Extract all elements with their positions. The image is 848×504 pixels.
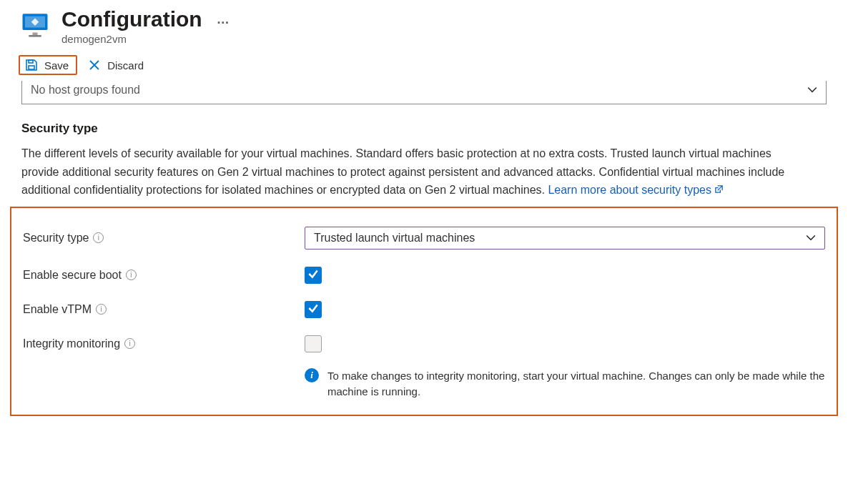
save-button[interactable]: Save — [19, 55, 77, 75]
vtpm-label: Enable vTPM — [23, 303, 92, 316]
security-type-label: Security type — [23, 232, 89, 244]
security-description: The different levels of security availab… — [21, 144, 801, 199]
discard-button[interactable]: Discard — [87, 58, 144, 72]
save-label: Save — [44, 59, 69, 71]
resource-name: demogen2vm — [61, 33, 230, 45]
learn-more-link[interactable]: Learn more about security types — [548, 181, 724, 199]
more-actions-icon[interactable]: … — [217, 12, 230, 27]
toolbar: Save Discard — [0, 45, 848, 81]
close-icon — [87, 58, 102, 72]
integrity-info-message: To make changes to integrity monitoring,… — [327, 368, 825, 400]
secure-boot-label: Enable secure boot — [23, 269, 122, 282]
integrity-monitoring-checkbox — [305, 335, 322, 352]
save-icon — [24, 58, 39, 72]
info-icon[interactable]: i — [93, 232, 104, 243]
security-type-value: Trusted launch virtual machines — [314, 232, 475, 244]
svg-rect-3 — [29, 35, 41, 37]
vtpm-checkbox[interactable] — [305, 301, 322, 318]
info-icon[interactable]: i — [126, 270, 137, 280]
info-icon[interactable]: i — [96, 304, 107, 315]
external-link-icon — [714, 181, 724, 199]
page-title: Configuration — [61, 7, 202, 31]
host-group-dropdown[interactable]: No host groups found — [21, 81, 827, 104]
svg-rect-4 — [29, 60, 33, 63]
virtual-machine-icon — [20, 10, 50, 40]
check-icon — [307, 268, 319, 282]
discard-label: Discard — [107, 59, 144, 71]
security-type-select[interactable]: Trusted launch virtual machines — [305, 227, 825, 249]
security-form-highlight: Security type i Trusted launch virtual m… — [10, 207, 838, 416]
secure-boot-checkbox[interactable] — [305, 267, 322, 284]
host-group-value: No host groups found — [31, 84, 140, 97]
svg-rect-2 — [33, 33, 38, 36]
info-icon[interactable]: i — [124, 338, 135, 349]
svg-rect-5 — [29, 66, 34, 69]
chevron-down-icon — [807, 84, 817, 96]
check-icon — [307, 302, 319, 317]
security-type-heading: Security type — [21, 122, 801, 136]
info-filled-icon: i — [305, 368, 319, 382]
integrity-monitoring-label: Integrity monitoring — [23, 337, 120, 350]
chevron-down-icon — [806, 232, 816, 244]
